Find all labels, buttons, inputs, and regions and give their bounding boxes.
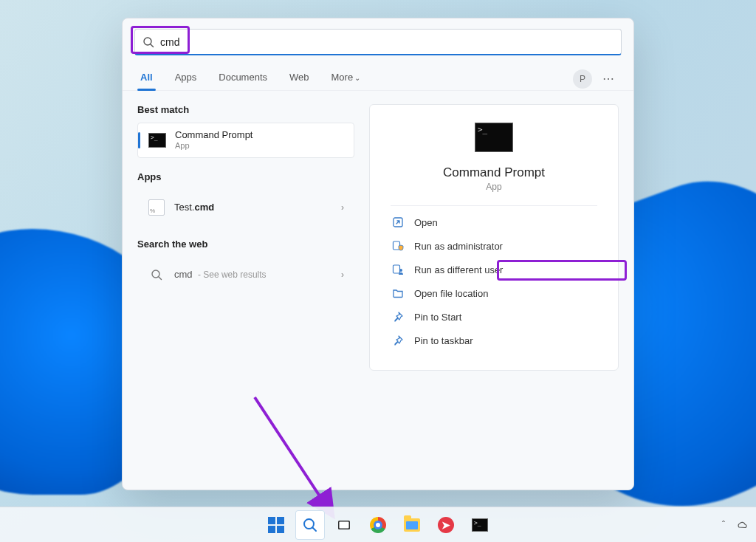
action-pin-to-taskbar[interactable]: Pin to taskbar — [391, 329, 597, 352]
cmd-icon — [475, 123, 513, 152]
action-pin-to-start[interactable]: Pin to Start — [391, 305, 597, 329]
svg-rect-6 — [394, 265, 400, 273]
search-web-label: Search the web — [137, 239, 354, 250]
svg-point-2 — [152, 270, 159, 278]
taskbar-command-prompt[interactable] — [465, 510, 495, 540]
cmd-file-icon: % — [148, 199, 165, 216]
shield-admin-icon — [392, 240, 404, 252]
result-title: cmd - See web results — [174, 269, 337, 281]
cmd-icon — [472, 518, 488, 532]
search-icon — [302, 517, 318, 533]
task-view-button[interactable] — [329, 510, 359, 540]
tab-apps[interactable]: Apps — [172, 67, 200, 90]
onedrive-icon[interactable] — [735, 518, 749, 532]
search-icon — [142, 36, 154, 48]
svg-line-8 — [255, 397, 329, 510]
taskbar: ➤ ˆ — [0, 507, 756, 542]
chevron-down-icon: ⌄ — [354, 74, 360, 82]
detail-card: Command Prompt App Open Run as administr… — [369, 104, 619, 371]
svg-point-7 — [399, 269, 402, 272]
search-icon — [151, 269, 162, 281]
cmd-icon — [148, 133, 166, 148]
folder-icon — [392, 287, 404, 299]
start-button[interactable] — [261, 510, 291, 540]
svg-line-10 — [313, 527, 317, 531]
taskbar-file-explorer[interactable] — [397, 510, 427, 540]
svg-line-3 — [159, 277, 162, 280]
action-run-as-administrator[interactable]: Run as administrator — [391, 234, 597, 258]
apps-label: Apps — [137, 171, 354, 182]
search-box[interactable] — [134, 29, 622, 55]
search-taskbar-button[interactable] — [295, 510, 325, 540]
windows-logo-icon — [268, 517, 284, 533]
svg-line-1 — [151, 44, 154, 47]
tab-all[interactable]: All — [137, 67, 156, 90]
result-test-cmd[interactable]: % Test.cmd › — [137, 190, 354, 225]
pin-icon — [392, 335, 404, 346]
svg-rect-12 — [340, 521, 349, 528]
chrome-icon — [370, 517, 386, 533]
result-command-prompt[interactable]: Command Prompt App — [137, 123, 354, 158]
action-run-as-different-user[interactable]: Run as different user — [391, 258, 597, 281]
tab-documents[interactable]: Documents — [216, 67, 270, 90]
file-explorer-icon — [404, 518, 420, 532]
tab-more[interactable]: More⌄ — [329, 67, 364, 90]
user-icon — [392, 264, 404, 275]
result-title: Test.cmd — [174, 202, 337, 213]
task-view-icon — [337, 518, 351, 532]
chevron-right-icon: › — [337, 270, 348, 280]
detail-subtitle: App — [486, 182, 501, 192]
filter-tabs: All Apps Documents Web More⌄ P ⋯ — [123, 60, 633, 91]
result-title: Command Prompt — [175, 129, 348, 141]
result-web-search[interactable]: cmd - See web results › — [137, 257, 354, 292]
pin-icon — [392, 311, 404, 323]
action-open-file-location[interactable]: Open file location — [391, 281, 597, 305]
taskbar-chrome[interactable] — [363, 510, 393, 540]
search-input[interactable] — [160, 36, 614, 48]
open-icon — [392, 216, 404, 228]
chevron-right-icon: › — [337, 202, 348, 213]
start-search-popup: All Apps Documents Web More⌄ P ⋯ Best ma… — [122, 18, 634, 490]
annotation-arrow — [247, 391, 351, 524]
best-match-label: Best match — [137, 104, 354, 115]
tab-web[interactable]: Web — [286, 67, 312, 90]
red-app-icon: ➤ — [438, 517, 454, 533]
result-subtitle: App — [175, 141, 348, 151]
user-avatar[interactable]: P — [573, 69, 592, 89]
taskbar-app-red[interactable]: ➤ — [431, 510, 461, 540]
options-more-icon[interactable]: ⋯ — [599, 69, 619, 89]
detail-title: Command Prompt — [443, 165, 545, 180]
svg-point-0 — [144, 38, 151, 45]
tray-chevron-up-icon[interactable]: ˆ — [722, 520, 725, 530]
action-open[interactable]: Open — [391, 210, 597, 234]
detail-column: Command Prompt App Open Run as administr… — [362, 91, 633, 490]
